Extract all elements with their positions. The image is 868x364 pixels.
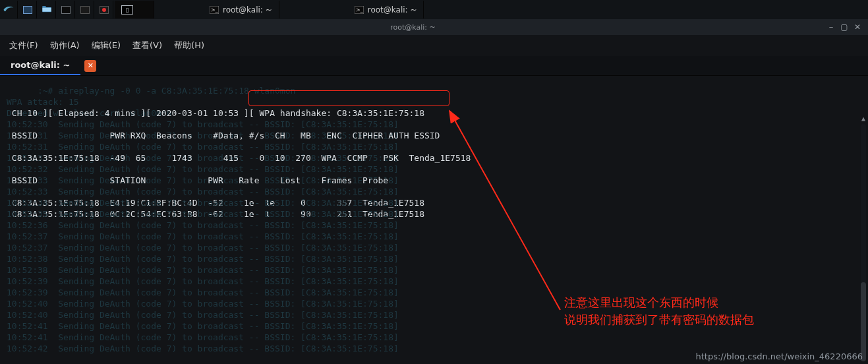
window-minimize-button[interactable]: － [826, 22, 836, 32]
kali-menu-button[interactable] [0, 1, 18, 18]
terminal-icon: >_ [355, 5, 364, 15]
desktop-icon [23, 6, 32, 14]
terminal-icon: >_ [210, 5, 219, 15]
files-launcher[interactable] [38, 1, 56, 18]
taskbar-item-terminal-2[interactable]: >_ root@kali: ~ [203, 1, 279, 18]
annotation-text: 注意这里出现这个东西的时候 说明我们捕获到了带有密码的数据包 [564, 294, 754, 328]
station-table-header: BSSID STATION PWR Rate Lost Frames Probe [7, 175, 388, 185]
menu-view[interactable]: 查看(V) [129, 37, 166, 54]
svg-text:>_: >_ [211, 7, 219, 13]
kali-logo-icon [2, 2, 15, 17]
terminal-launcher[interactable] [57, 1, 75, 18]
status-line-handshake: [ WPA handshake: C8:3A:35:1E:75:18 [249, 108, 430, 118]
taskbar-item-terminal-1[interactable]: ▯ [115, 1, 154, 18]
close-icon: ✕ [88, 61, 94, 70]
task-label: root@kali: ~ [368, 5, 417, 15]
menu-help[interactable]: 帮助(H) [170, 37, 208, 54]
taskbar-item-terminal-3[interactable]: >_ root@kali: ~ [348, 1, 424, 18]
scrollbar-track[interactable] [861, 124, 866, 350]
terminal-tab-1[interactable]: root@kali: ~ [0, 56, 80, 75]
record-icon [100, 6, 109, 14]
menu-file[interactable]: 文件(F) [5, 37, 42, 54]
taskbar: ▯ >_ root@kali: ~ >_ root@kali: ~ [0, 0, 868, 19]
window-maximize-button[interactable]: ▢ [839, 22, 850, 32]
task-label: root@kali: ~ [223, 5, 272, 15]
menu-action[interactable]: 动作(A) [46, 37, 84, 54]
menu-edit[interactable]: 编辑(E) [88, 37, 125, 54]
window-close-button[interactable]: ✕ [852, 22, 863, 32]
annotation-line-1: 注意这里出现这个东西的时候 [564, 294, 754, 311]
terminal-ghost-bottom: 10:52:34 Sending DeAuth (code 7) to broa… [7, 197, 399, 354]
folder-icon [42, 4, 52, 15]
editor-launcher[interactable] [76, 1, 94, 18]
terminal-scrollbar[interactable]: ▲ ▼ [860, 113, 867, 361]
menubar: 文件(F) 动作(A) 编辑(E) 查看(V) 帮助(H) [0, 35, 868, 56]
scrollbar-thumb[interactable] [861, 282, 866, 361]
tab-label: root@kali: ~ [11, 60, 70, 70]
window-title: root@kali: ~ [0, 23, 826, 32]
svg-text:>_: >_ [356, 7, 364, 13]
window-titlebar[interactable]: root@kali: ~ － ▢ ✕ [0, 19, 868, 35]
recorder-launcher[interactable] [96, 1, 113, 18]
watermark: https://blog.csdn.net/weixin_46220666 [695, 351, 863, 361]
tab-close-button[interactable]: ✕ [84, 60, 96, 72]
terminal-icon: ▯ [121, 5, 133, 15]
status-line-left: CH 10 ][ Elapsed: 4 mins ][ 2020-03-01 1… [7, 108, 249, 118]
terminal-icon [61, 6, 71, 14]
ap-table-header: BSSID PWR RXQ Beacons #Data, #/s CH MB E… [7, 131, 440, 140]
editor-icon [80, 6, 90, 14]
terminal-tabs: root@kali: ~ ✕ [0, 56, 868, 76]
show-desktop-button[interactable] [19, 1, 37, 18]
scrollbar-up-icon[interactable]: ▲ [861, 113, 865, 124]
annotation-line-2: 说明我们捕获到了带有密码的数据包 [564, 311, 754, 328]
ap-table-row: C8:3A:35:1E:75:18 -49 65 1743 415 0 10 2… [7, 153, 471, 163]
